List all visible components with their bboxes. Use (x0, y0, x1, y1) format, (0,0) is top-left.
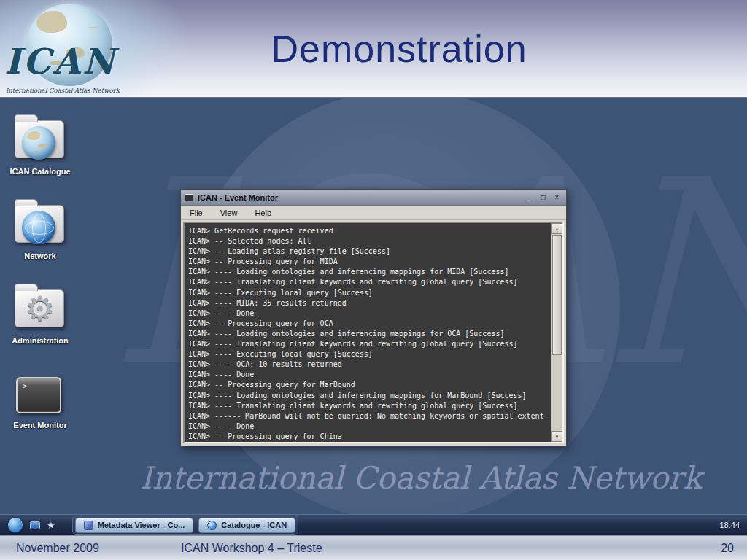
taskbar: ★ Metadata Viewer - Co... Catalogue - IC… (0, 514, 747, 535)
console-line: ICAN> ---- Translating client keywords a… (188, 277, 547, 287)
console-line: ICAN> ---- Translating client keywords a… (188, 339, 547, 349)
console-line: ICAN> -- Selected nodes: All (188, 236, 547, 246)
menu-view[interactable]: View (220, 209, 238, 217)
event-monitor-icon-art: > (15, 373, 66, 418)
watermark-script-text: International Coastal Atlas Network (0, 460, 747, 496)
console-line: ICAN> ---- MIDA: 35 results returned (188, 298, 547, 308)
console-line: ICAN> -- Processing query for MIDA (188, 257, 547, 267)
window-controls: _ □ × (524, 192, 562, 203)
scrollbar-thumb[interactable] (552, 235, 562, 355)
logo-subtext: International Coastal Atlas Network (6, 87, 120, 94)
desktop-icon-network[interactable]: Network (4, 198, 76, 260)
menu-file[interactable]: File (190, 209, 203, 217)
logo-text: ICAN (4, 41, 117, 82)
taskbar-button-catalogue[interactable]: Catalogue - ICAN (198, 518, 295, 533)
maximize-button[interactable]: □ (538, 192, 549, 203)
footer-date: November 2009 (16, 542, 99, 555)
console-line: ICAN> ------ MarBound will not be querie… (188, 411, 547, 421)
slide-footer: November 2009 ICAN Workshop 4 – Trieste … (0, 535, 747, 560)
console-line: ICAN> GetRecords request received (188, 226, 547, 236)
globe-icon (22, 126, 55, 160)
console-line: ICAN> ---- Done (188, 308, 547, 319)
minimize-button[interactable]: _ (524, 192, 535, 203)
monitor-icon[interactable] (30, 521, 40, 529)
gear-icon: ⚙ (25, 289, 55, 327)
metadata-viewer-icon (84, 521, 93, 530)
console-line: ICAN> ---- Done (188, 421, 547, 432)
menu-help[interactable]: Help (255, 209, 271, 217)
console-line: ICAN> ---- OCA: 10 results returned (188, 359, 547, 370)
taskbar-button-label: Catalogue - ICAN (221, 521, 287, 529)
console-line: ICAN> ---- Executing local query [Succes… (188, 288, 547, 298)
catalogue-icon-art (15, 119, 66, 164)
taskbar-clock: 18:44 (719, 521, 740, 529)
desktop-icon-label: Network (24, 252, 55, 260)
scroll-down-button[interactable]: ▼ (551, 431, 562, 442)
terminal-prompt-glyph: > (23, 381, 28, 391)
slide-header: Demonstration ICAN International Coastal… (0, 0, 747, 98)
window-titlebar[interactable]: ICAN - Event Monitor _ □ × (181, 190, 566, 206)
event-monitor-window: ICAN - Event Monitor _ □ × File View Hel… (180, 189, 567, 446)
taskbar-button-group: Metadata Viewer - Co... Catalogue - ICAN (72, 516, 298, 535)
console-line: ICAN> ---- Executing local query [Succes… (188, 349, 547, 359)
star-icon[interactable]: ★ (47, 521, 55, 530)
desktop: ICAN International Coastal Atlas Network… (0, 98, 747, 514)
console-line: ICAN> ---- Loading ontologies and infere… (188, 267, 547, 277)
console-line: ICAN> ---- Loading ontologies and infere… (188, 391, 547, 401)
console-line: ICAN> -- Processing query for China (188, 432, 547, 442)
console-line: ICAN> ---- Done (188, 370, 547, 380)
desktop-icon-list: ICAN Catalogue Network ⚙ Administration … (4, 113, 76, 429)
console-scrollbar[interactable]: ▲ ▼ (551, 223, 562, 442)
window-menubar: File View Help (181, 206, 566, 220)
window-icon[interactable] (185, 194, 193, 201)
footer-title: ICAN Workshop 4 – Trieste (181, 542, 322, 555)
console-line: ICAN> -- Processing query for OCA (188, 319, 547, 329)
console-line: ICAN> ---- Translating client keywords a… (188, 401, 547, 411)
desktop-icon-label: Administration (12, 336, 69, 345)
start-globe-button[interactable] (7, 517, 23, 533)
console-line: ICAN> -- Processing query for MarBound (188, 380, 547, 390)
close-button[interactable]: × (551, 192, 562, 203)
console-line: ICAN> ---- Loading ontologies and infere… (188, 329, 547, 339)
console-output: ICAN> GetRecords request received ICAN> … (185, 223, 551, 442)
taskbar-button-label: Metadata Viewer - Co... (98, 521, 185, 529)
scroll-up-button[interactable]: ▲ (551, 223, 562, 234)
footer-page-number: 20 (721, 542, 734, 555)
network-icon-art (15, 203, 66, 249)
terminal-icon: > (16, 377, 61, 413)
catalogue-globe-icon (207, 521, 217, 530)
window-title: ICAN - Event Monitor (198, 193, 519, 202)
console-line: ICAN> -- Loading atlas registry file [Su… (188, 246, 547, 257)
administration-icon-art: ⚙ (15, 288, 66, 333)
console-frame: ICAN> GetRecords request received ICAN> … (183, 222, 564, 443)
desktop-icon-label: Event Monitor (13, 421, 66, 429)
desktop-icon-label: ICAN Catalogue (9, 167, 70, 176)
page-title: Demonstration (271, 27, 527, 71)
ican-logo: ICAN International Coastal Atlas Network (3, 1, 145, 98)
desktop-icon-event-monitor[interactable]: > Event Monitor (4, 367, 76, 429)
taskbar-button-metadata-viewer[interactable]: Metadata Viewer - Co... (75, 518, 194, 533)
network-globe-icon (22, 211, 55, 244)
desktop-icon-administration[interactable]: ⚙ Administration (4, 282, 76, 345)
desktop-icon-ican-catalogue[interactable]: ICAN Catalogue (4, 113, 76, 176)
